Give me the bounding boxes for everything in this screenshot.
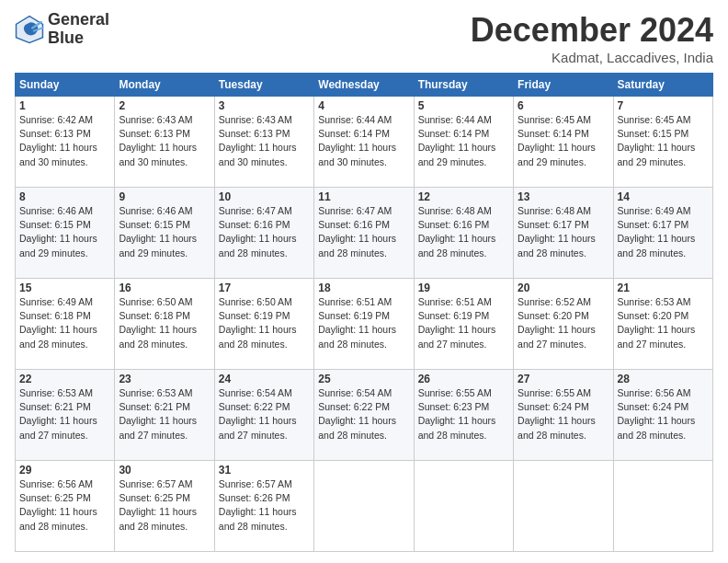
calendar-cell: 22Sunrise: 6:53 AMSunset: 6:21 PMDayligh…: [16, 370, 115, 461]
calendar-cell: 7Sunrise: 6:45 AMSunset: 6:15 PMDaylight…: [613, 97, 712, 188]
day-number: 24: [219, 373, 310, 385]
calendar-day-header: Sunday: [16, 74, 115, 97]
day-info: Sunrise: 6:45 AMSunset: 6:15 PMDaylight:…: [618, 113, 709, 169]
day-info: Sunrise: 6:48 AMSunset: 6:17 PMDaylight:…: [518, 204, 609, 260]
day-info: Sunrise: 6:55 AMSunset: 6:23 PMDaylight:…: [418, 386, 509, 442]
calendar-header-row: SundayMondayTuesdayWednesdayThursdayFrid…: [16, 74, 713, 97]
day-info: Sunrise: 6:47 AMSunset: 6:16 PMDaylight:…: [219, 204, 310, 260]
day-number: 20: [518, 282, 609, 294]
location: Kadmat, Laccadives, India: [471, 50, 713, 65]
title-block: December 2024 Kadmat, Laccadives, India: [471, 11, 713, 65]
calendar-cell: 19Sunrise: 6:51 AMSunset: 6:19 PMDayligh…: [414, 279, 513, 370]
calendar-day-header: Wednesday: [314, 74, 414, 97]
calendar-cell: 11Sunrise: 6:47 AMSunset: 6:16 PMDayligh…: [314, 188, 414, 279]
calendar-cell: 6Sunrise: 6:45 AMSunset: 6:14 PMDaylight…: [514, 97, 613, 188]
calendar-cell: 4Sunrise: 6:44 AMSunset: 6:14 PMDaylight…: [314, 97, 414, 188]
calendar-cell: 9Sunrise: 6:46 AMSunset: 6:15 PMDaylight…: [115, 188, 214, 279]
day-info: Sunrise: 6:51 AMSunset: 6:19 PMDaylight:…: [318, 295, 409, 351]
day-info: Sunrise: 6:57 AMSunset: 6:26 PMDaylight:…: [219, 477, 310, 534]
day-info: Sunrise: 6:46 AMSunset: 6:15 PMDaylight:…: [19, 204, 110, 260]
day-info: Sunrise: 6:54 AMSunset: 6:22 PMDaylight:…: [318, 386, 409, 442]
calendar-day-header: Monday: [115, 74, 214, 97]
calendar-day-header: Tuesday: [214, 74, 313, 97]
day-number: 8: [19, 190, 110, 203]
day-info: Sunrise: 6:48 AMSunset: 6:16 PMDaylight:…: [418, 204, 509, 260]
calendar-cell: 5Sunrise: 6:44 AMSunset: 6:14 PMDaylight…: [414, 97, 513, 188]
day-info: Sunrise: 6:49 AMSunset: 6:18 PMDaylight:…: [19, 295, 110, 351]
day-info: Sunrise: 6:44 AMSunset: 6:14 PMDaylight:…: [418, 113, 509, 169]
day-number: 22: [19, 373, 110, 385]
logo-line1: General: [48, 11, 109, 29]
calendar-week-row: 22Sunrise: 6:53 AMSunset: 6:21 PMDayligh…: [16, 370, 713, 461]
day-number: 21: [618, 282, 709, 294]
calendar-cell: 1Sunrise: 6:42 AMSunset: 6:13 PMDaylight…: [16, 97, 115, 188]
day-info: Sunrise: 6:53 AMSunset: 6:20 PMDaylight:…: [618, 295, 709, 351]
day-info: Sunrise: 6:51 AMSunset: 6:19 PMDaylight:…: [418, 295, 509, 351]
day-info: Sunrise: 6:45 AMSunset: 6:14 PMDaylight:…: [518, 113, 609, 169]
calendar-week-row: 15Sunrise: 6:49 AMSunset: 6:18 PMDayligh…: [16, 279, 713, 370]
calendar-cell: 30Sunrise: 6:57 AMSunset: 6:25 PMDayligh…: [115, 461, 214, 552]
calendar-day-header: Saturday: [613, 74, 712, 97]
calendar-cell: 8Sunrise: 6:46 AMSunset: 6:15 PMDaylight…: [16, 188, 115, 279]
day-number: 28: [618, 373, 709, 385]
day-info: Sunrise: 6:43 AMSunset: 6:13 PMDaylight:…: [219, 113, 310, 169]
calendar-cell: 13Sunrise: 6:48 AMSunset: 6:17 PMDayligh…: [514, 188, 613, 279]
day-number: 27: [518, 373, 609, 385]
day-number: 23: [119, 373, 210, 385]
calendar-cell: 21Sunrise: 6:53 AMSunset: 6:20 PMDayligh…: [613, 279, 712, 370]
day-info: Sunrise: 6:56 AMSunset: 6:24 PMDaylight:…: [618, 386, 709, 442]
calendar-cell: [314, 461, 414, 552]
month-title: December 2024: [471, 11, 713, 50]
day-number: 19: [418, 282, 509, 294]
day-info: Sunrise: 6:43 AMSunset: 6:13 PMDaylight:…: [119, 113, 210, 169]
logo-icon: [15, 15, 44, 44]
day-info: Sunrise: 6:57 AMSunset: 6:25 PMDaylight:…: [119, 477, 210, 534]
day-number: 11: [318, 190, 409, 203]
calendar-cell: 29Sunrise: 6:56 AMSunset: 6:25 PMDayligh…: [16, 461, 115, 552]
day-number: 4: [318, 99, 409, 112]
logo: General Blue: [15, 11, 109, 48]
day-info: Sunrise: 6:46 AMSunset: 6:15 PMDaylight:…: [119, 204, 210, 260]
day-info: Sunrise: 6:54 AMSunset: 6:22 PMDaylight:…: [219, 386, 310, 442]
day-number: 6: [518, 99, 609, 112]
calendar-cell: 10Sunrise: 6:47 AMSunset: 6:16 PMDayligh…: [214, 188, 313, 279]
day-number: 26: [418, 373, 509, 385]
day-number: 31: [219, 464, 310, 477]
calendar-cell: 28Sunrise: 6:56 AMSunset: 6:24 PMDayligh…: [613, 370, 712, 461]
page: General Blue December 2024 Kadmat, Lacca…: [0, 0, 728, 563]
day-number: 2: [119, 99, 210, 112]
day-number: 15: [19, 282, 110, 294]
day-info: Sunrise: 6:47 AMSunset: 6:16 PMDaylight:…: [318, 204, 409, 260]
day-number: 13: [518, 190, 609, 203]
day-number: 14: [618, 190, 709, 203]
day-number: 9: [119, 190, 210, 203]
day-info: Sunrise: 6:53 AMSunset: 6:21 PMDaylight:…: [19, 386, 110, 442]
day-info: Sunrise: 6:52 AMSunset: 6:20 PMDaylight:…: [518, 295, 609, 351]
day-number: 10: [219, 190, 310, 203]
day-number: 25: [318, 373, 409, 385]
calendar-cell: 24Sunrise: 6:54 AMSunset: 6:22 PMDayligh…: [214, 370, 313, 461]
calendar-cell: 14Sunrise: 6:49 AMSunset: 6:17 PMDayligh…: [613, 188, 712, 279]
day-number: 5: [418, 99, 509, 112]
calendar-cell: 15Sunrise: 6:49 AMSunset: 6:18 PMDayligh…: [16, 279, 115, 370]
calendar-cell: 17Sunrise: 6:50 AMSunset: 6:19 PMDayligh…: [214, 279, 313, 370]
calendar-cell: 25Sunrise: 6:54 AMSunset: 6:22 PMDayligh…: [314, 370, 414, 461]
day-number: 30: [119, 464, 210, 477]
calendar-cell: 23Sunrise: 6:53 AMSunset: 6:21 PMDayligh…: [115, 370, 214, 461]
calendar-cell: [414, 461, 513, 552]
day-number: 3: [219, 99, 310, 112]
day-number: 16: [119, 282, 210, 294]
calendar-cell: 18Sunrise: 6:51 AMSunset: 6:19 PMDayligh…: [314, 279, 414, 370]
day-info: Sunrise: 6:55 AMSunset: 6:24 PMDaylight:…: [518, 386, 609, 442]
calendar-cell: [514, 461, 613, 552]
calendar-week-row: 8Sunrise: 6:46 AMSunset: 6:15 PMDaylight…: [16, 188, 713, 279]
day-number: 18: [318, 282, 409, 294]
day-info: Sunrise: 6:50 AMSunset: 6:18 PMDaylight:…: [119, 295, 210, 351]
calendar-cell: 26Sunrise: 6:55 AMSunset: 6:23 PMDayligh…: [414, 370, 513, 461]
calendar-cell: 3Sunrise: 6:43 AMSunset: 6:13 PMDaylight…: [214, 97, 313, 188]
day-info: Sunrise: 6:53 AMSunset: 6:21 PMDaylight:…: [119, 386, 210, 442]
header: General Blue December 2024 Kadmat, Lacca…: [15, 11, 713, 65]
calendar-day-header: Friday: [514, 74, 613, 97]
day-number: 12: [418, 190, 509, 203]
logo-line2: Blue: [48, 29, 109, 48]
